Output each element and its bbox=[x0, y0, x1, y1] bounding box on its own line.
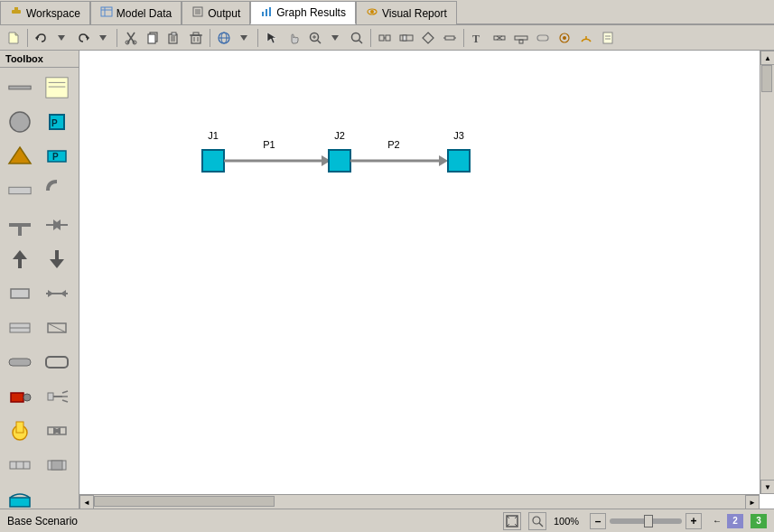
fit-page-button[interactable] bbox=[503, 512, 521, 530]
undo-button[interactable] bbox=[32, 28, 51, 48]
undo-dropdown[interactable] bbox=[51, 28, 71, 48]
toolbox-junction[interactable]: P bbox=[41, 106, 73, 138]
zoom-slider-track[interactable] bbox=[610, 518, 682, 524]
toolbox-double-arrow[interactable] bbox=[41, 277, 73, 310]
sep6 bbox=[463, 29, 464, 47]
j1-node[interactable] bbox=[202, 150, 224, 172]
find-button[interactable] bbox=[347, 28, 367, 48]
new-button[interactable] bbox=[4, 28, 23, 48]
svg-marker-38 bbox=[267, 33, 276, 43]
svg-marker-14 bbox=[35, 35, 38, 41]
copy-button[interactable] bbox=[143, 28, 163, 48]
h-scrollbar[interactable]: ◄ ► bbox=[79, 494, 760, 509]
scroll-left-arrow[interactable]: ◄ bbox=[79, 495, 94, 509]
p2-label: P2 bbox=[387, 139, 399, 150]
toolbox-tee[interactable] bbox=[4, 209, 36, 241]
zoom-slider[interactable]: – + bbox=[590, 513, 702, 529]
sep3 bbox=[210, 29, 210, 47]
toolbox-valve2[interactable] bbox=[41, 312, 73, 344]
split-button[interactable] bbox=[396, 28, 416, 48]
toolbox-elbow[interactable] bbox=[41, 174, 73, 207]
tab-model-data[interactable]: Model Data bbox=[90, 1, 182, 24]
scroll-up-arrow[interactable]: ▲ bbox=[760, 51, 774, 65]
toolbox-valve3[interactable] bbox=[41, 415, 73, 447]
toolbox-arrow-up[interactable] bbox=[4, 243, 36, 275]
tab-graph-results[interactable]: Graph Results bbox=[250, 1, 356, 24]
flow-button[interactable] bbox=[375, 28, 395, 48]
misc-button[interactable] bbox=[555, 28, 574, 48]
svg-marker-51 bbox=[423, 33, 434, 43]
toolbox-red-pump[interactable] bbox=[4, 380, 36, 413]
toolbox-pipe-horiz[interactable] bbox=[4, 71, 36, 104]
paste-button[interactable] bbox=[164, 28, 184, 48]
sep4 bbox=[257, 29, 258, 47]
toolbox-circle[interactable] bbox=[4, 106, 36, 138]
svg-rect-52 bbox=[445, 36, 454, 40]
toolbox-tank[interactable] bbox=[4, 415, 36, 447]
svg-rect-2 bbox=[101, 7, 112, 16]
zoom-minus-button[interactable]: – bbox=[590, 513, 606, 529]
toolbox-valve[interactable] bbox=[41, 209, 73, 241]
redo-dropdown[interactable] bbox=[93, 28, 113, 48]
toolbox-triangle[interactable] bbox=[4, 140, 36, 173]
tee-button[interactable] bbox=[511, 28, 531, 48]
scroll-down-arrow[interactable]: ▼ bbox=[760, 480, 774, 494]
zoom-button[interactable] bbox=[305, 28, 325, 48]
toolbox-grid[interactable] bbox=[4, 449, 36, 481]
cut-button[interactable] bbox=[121, 28, 141, 48]
toolbox-pump[interactable]: P bbox=[41, 140, 73, 173]
globe-button[interactable] bbox=[214, 28, 234, 48]
j1-label: J1 bbox=[208, 130, 219, 141]
sep2 bbox=[117, 29, 117, 47]
prev-page-button[interactable]: ← bbox=[709, 514, 725, 528]
total-pages: 3 bbox=[751, 514, 767, 528]
canvas-area[interactable]: J1 P1 J2 P2 J3 ▲ bbox=[79, 51, 774, 509]
valve-button[interactable] bbox=[490, 28, 509, 48]
zoom-slider-thumb[interactable] bbox=[644, 515, 653, 527]
tab-workspace[interactable]: Workspace bbox=[0, 1, 90, 24]
toolbox-rect-sm[interactable] bbox=[4, 277, 36, 310]
toolbox-pipe2[interactable] bbox=[4, 346, 36, 378]
scroll-right-arrow[interactable]: ► bbox=[745, 495, 760, 509]
toolbox-pipe6[interactable] bbox=[41, 449, 73, 481]
cursor-button[interactable] bbox=[262, 28, 282, 48]
toolbox-spray[interactable] bbox=[41, 380, 73, 413]
gauge-button[interactable] bbox=[576, 28, 596, 48]
resize-button[interactable] bbox=[440, 28, 460, 48]
svg-rect-31 bbox=[193, 33, 199, 35]
hand-button[interactable] bbox=[284, 28, 303, 48]
scroll-h-thumb[interactable] bbox=[94, 496, 275, 507]
toolbox-tray[interactable] bbox=[4, 483, 36, 509]
j2-node[interactable] bbox=[329, 150, 350, 172]
pipe-custom-button[interactable] bbox=[533, 28, 553, 48]
globe-dropdown[interactable] bbox=[234, 28, 254, 48]
toolbox-heat-ex[interactable] bbox=[4, 312, 36, 344]
scroll-v-track[interactable] bbox=[760, 65, 774, 480]
tab-output-label: Output bbox=[208, 7, 240, 20]
zoom-plus-button[interactable]: + bbox=[685, 513, 702, 529]
scroll-h-track[interactable] bbox=[94, 495, 745, 509]
zoom-dropdown[interactable] bbox=[325, 28, 345, 48]
scroll-v-thumb[interactable] bbox=[761, 65, 772, 92]
text-button[interactable]: T bbox=[468, 28, 488, 48]
tab-visual-report-label: Visual Report bbox=[382, 7, 447, 20]
report-button[interactable] bbox=[598, 28, 618, 48]
svg-line-45 bbox=[359, 40, 363, 43]
delete-button[interactable] bbox=[186, 28, 206, 48]
svg-marker-85 bbox=[50, 250, 64, 268]
redo-button[interactable] bbox=[73, 28, 93, 48]
toolbox-rect-pipe[interactable] bbox=[4, 174, 36, 207]
toolbox-pipe3[interactable] bbox=[41, 346, 73, 378]
v-scrollbar[interactable]: ▲ ▼ bbox=[760, 51, 774, 494]
j3-node[interactable] bbox=[448, 150, 470, 172]
tab-output[interactable]: Output bbox=[182, 1, 250, 24]
tab-visual-report[interactable]: Visual Report bbox=[356, 1, 457, 24]
svg-rect-113 bbox=[10, 498, 30, 507]
svg-rect-50 bbox=[403, 35, 406, 41]
svg-rect-112 bbox=[51, 461, 62, 470]
merge-button[interactable] bbox=[418, 28, 438, 48]
toolbox-arrow-down[interactable] bbox=[41, 243, 73, 275]
toolbox-text-block[interactable] bbox=[41, 71, 73, 104]
svg-rect-68 bbox=[9, 86, 31, 89]
zoom-icon-btn[interactable] bbox=[528, 512, 546, 530]
